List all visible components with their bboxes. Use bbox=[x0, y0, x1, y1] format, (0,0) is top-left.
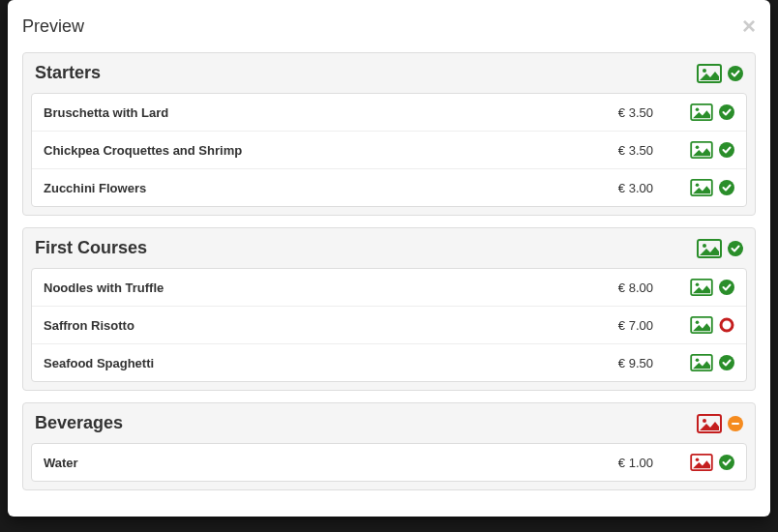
item-icons bbox=[690, 454, 734, 471]
preview-modal: Preview × Starters Bruschetta with Lard … bbox=[8, 0, 770, 517]
modal-header: Preview × bbox=[8, 0, 770, 52]
item-name: Noodles with Truffle bbox=[44, 281, 585, 295]
ring-icon bbox=[719, 317, 734, 333]
item-price: € 8.00 bbox=[585, 281, 653, 295]
item-row: Water € 1.00 bbox=[32, 444, 746, 481]
item-price: € 3.00 bbox=[585, 181, 653, 195]
image-icon bbox=[690, 454, 713, 471]
item-name: Chickpea Croquettes and Shrimp bbox=[44, 143, 585, 158]
image-icon bbox=[690, 316, 713, 334]
image-icon bbox=[690, 179, 713, 196]
item-icons bbox=[690, 279, 734, 296]
modal-body: Starters Bruschetta with Lard € 3.50 bbox=[8, 52, 770, 517]
item-icons bbox=[690, 103, 734, 121]
category-title: First Courses bbox=[35, 238, 697, 258]
category-header: First Courses bbox=[23, 228, 755, 268]
item-row: Noodles with Truffle € 8.00 bbox=[32, 269, 746, 307]
check-circle-icon bbox=[719, 280, 734, 295]
check-circle-icon bbox=[719, 142, 734, 158]
item-icons bbox=[690, 179, 734, 196]
category-header: Starters bbox=[23, 53, 755, 93]
svg-point-16 bbox=[696, 283, 700, 287]
item-icons bbox=[690, 316, 734, 334]
check-circle-icon bbox=[719, 455, 734, 470]
item-name: Saffron Risotto bbox=[44, 318, 585, 333]
items-panel: Water € 1.00 bbox=[31, 443, 747, 482]
category-panel: Starters Bruschetta with Lard € 3.50 bbox=[22, 52, 756, 216]
svg-point-1 bbox=[703, 69, 706, 73]
category-panel: Beverages Water € 1.00 bbox=[22, 402, 756, 490]
category-title: Starters bbox=[35, 63, 697, 83]
svg-point-10 bbox=[696, 184, 700, 188]
item-icons bbox=[690, 141, 734, 159]
item-row: Chickpea Croquettes and Shrimp € 3.50 bbox=[32, 132, 746, 169]
image-icon bbox=[690, 103, 713, 121]
svg-point-19 bbox=[696, 321, 700, 325]
svg-rect-27 bbox=[732, 423, 739, 425]
check-circle-icon bbox=[728, 66, 743, 81]
modal-title: Preview bbox=[22, 16, 84, 37]
svg-point-7 bbox=[696, 146, 700, 150]
image-icon bbox=[690, 354, 713, 371]
image-icon bbox=[697, 414, 722, 433]
item-row: Seafood Spaghetti € 9.50 bbox=[32, 344, 746, 381]
category-icons bbox=[697, 239, 743, 258]
image-icon bbox=[690, 141, 713, 159]
svg-point-22 bbox=[696, 359, 700, 363]
category-header: Beverages bbox=[23, 403, 755, 443]
svg-point-13 bbox=[703, 244, 706, 248]
check-circle-icon bbox=[719, 180, 734, 195]
minus-circle-icon bbox=[728, 416, 743, 431]
close-button[interactable]: × bbox=[742, 15, 756, 38]
category-title: Beverages bbox=[35, 413, 697, 433]
image-icon bbox=[697, 64, 722, 83]
category-panel: First Courses Noodles with Truffle € 8.0… bbox=[22, 227, 756, 391]
item-price: € 1.00 bbox=[585, 456, 653, 470]
item-price: € 7.00 bbox=[585, 318, 653, 333]
item-price: € 9.50 bbox=[585, 356, 653, 370]
image-icon bbox=[697, 239, 722, 258]
item-row: Zucchini Flowers € 3.00 bbox=[32, 169, 746, 206]
item-price: € 3.50 bbox=[585, 105, 653, 120]
items-panel: Noodles with Truffle € 8.00 Saffron Riso… bbox=[31, 268, 747, 382]
svg-point-4 bbox=[696, 108, 700, 112]
category-icons bbox=[697, 64, 743, 83]
items-panel: Bruschetta with Lard € 3.50 Chickpea Cro… bbox=[31, 93, 747, 207]
item-name: Bruschetta with Lard bbox=[44, 105, 585, 120]
svg-point-29 bbox=[696, 458, 700, 462]
item-price: € 3.50 bbox=[585, 143, 653, 158]
item-name: Seafood Spaghetti bbox=[44, 356, 585, 370]
item-name: Water bbox=[44, 456, 585, 470]
check-circle-icon bbox=[719, 104, 734, 120]
item-name: Zucchini Flowers bbox=[44, 181, 585, 195]
check-circle-icon bbox=[719, 355, 734, 370]
category-icons bbox=[697, 414, 743, 433]
svg-point-25 bbox=[703, 419, 706, 423]
check-circle-icon bbox=[728, 241, 743, 256]
item-row: Bruschetta with Lard € 3.50 bbox=[32, 94, 746, 132]
svg-point-20 bbox=[721, 319, 733, 331]
item-icons bbox=[690, 354, 734, 371]
item-row: Saffron Risotto € 7.00 bbox=[32, 307, 746, 344]
image-icon bbox=[690, 279, 713, 296]
